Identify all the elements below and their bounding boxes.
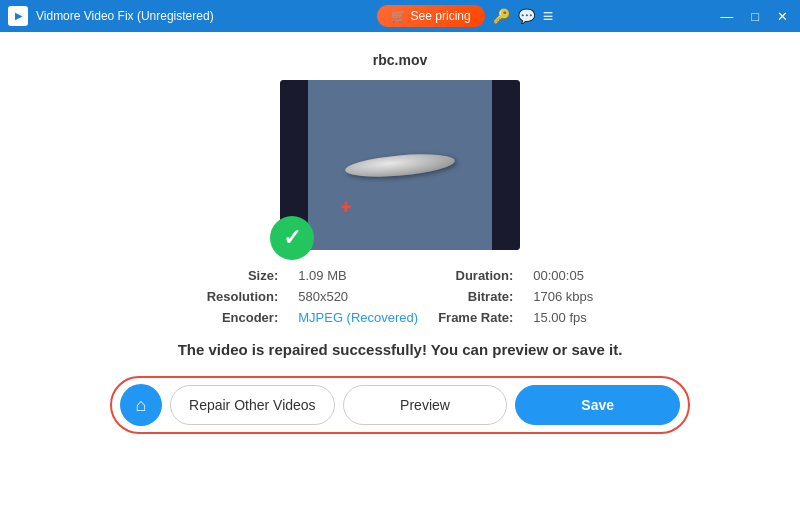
title-bar-center: 🛒 See pricing 🔑 💬 ≡ bbox=[377, 5, 554, 27]
file-name: rbc.mov bbox=[373, 52, 427, 68]
encoder-label: Encoder: bbox=[207, 310, 279, 325]
app-logo: ▶ bbox=[8, 6, 28, 26]
home-button[interactable]: ⌂ bbox=[120, 384, 162, 426]
menu-icon[interactable]: ≡ bbox=[543, 6, 554, 27]
action-bar: ⌂ Repair Other Videos Preview Save bbox=[110, 376, 690, 434]
size-label: Size: bbox=[207, 268, 279, 283]
framerate-value: 15.00 fps bbox=[533, 310, 593, 325]
video-center bbox=[308, 80, 492, 250]
success-badge: ✓ bbox=[270, 216, 314, 260]
chat-icon[interactable]: 💬 bbox=[518, 8, 535, 24]
resolution-value: 580x520 bbox=[298, 289, 418, 304]
maximize-button[interactable]: □ bbox=[747, 7, 763, 26]
title-bar: ▶ Vidmore Video Fix (Unregistered) 🛒 See… bbox=[0, 0, 800, 32]
see-pricing-button[interactable]: 🛒 See pricing bbox=[377, 5, 485, 27]
bitrate-label: Bitrate: bbox=[438, 289, 513, 304]
title-bar-left: ▶ Vidmore Video Fix (Unregistered) bbox=[8, 6, 214, 26]
right-border bbox=[492, 80, 520, 250]
duration-value: 00:00:05 bbox=[533, 268, 593, 283]
video-thumbnail: ✚ ✓ bbox=[280, 80, 520, 250]
main-content: rbc.mov ✚ ✓ Size: 1.09 MB Duration: 00:0… bbox=[0, 32, 800, 519]
see-pricing-label: See pricing bbox=[411, 9, 471, 23]
close-button[interactable]: ✕ bbox=[773, 7, 792, 26]
window-controls: — □ ✕ bbox=[716, 7, 792, 26]
cursor-indicator: ✚ bbox=[340, 199, 352, 215]
encoder-value: MJPEG (Recovered) bbox=[298, 310, 418, 325]
app-title: Vidmore Video Fix (Unregistered) bbox=[36, 9, 214, 23]
resolution-label: Resolution: bbox=[207, 289, 279, 304]
repair-other-videos-button[interactable]: Repair Other Videos bbox=[170, 385, 335, 425]
3d-shape bbox=[344, 150, 455, 180]
duration-label: Duration: bbox=[438, 268, 513, 283]
bitrate-value: 1706 kbps bbox=[533, 289, 593, 304]
cart-icon: 🛒 bbox=[391, 9, 406, 23]
success-message: The video is repaired successfully! You … bbox=[178, 341, 623, 358]
home-icon: ⌂ bbox=[136, 395, 147, 416]
preview-button[interactable]: Preview bbox=[343, 385, 508, 425]
key-icon[interactable]: 🔑 bbox=[493, 8, 510, 24]
file-info-grid: Size: 1.09 MB Duration: 00:00:05 Resolut… bbox=[207, 268, 594, 325]
framerate-label: Frame Rate: bbox=[438, 310, 513, 325]
video-frame: ✚ bbox=[280, 80, 520, 250]
minimize-button[interactable]: — bbox=[716, 7, 737, 26]
save-button[interactable]: Save bbox=[515, 385, 680, 425]
size-value: 1.09 MB bbox=[298, 268, 418, 283]
